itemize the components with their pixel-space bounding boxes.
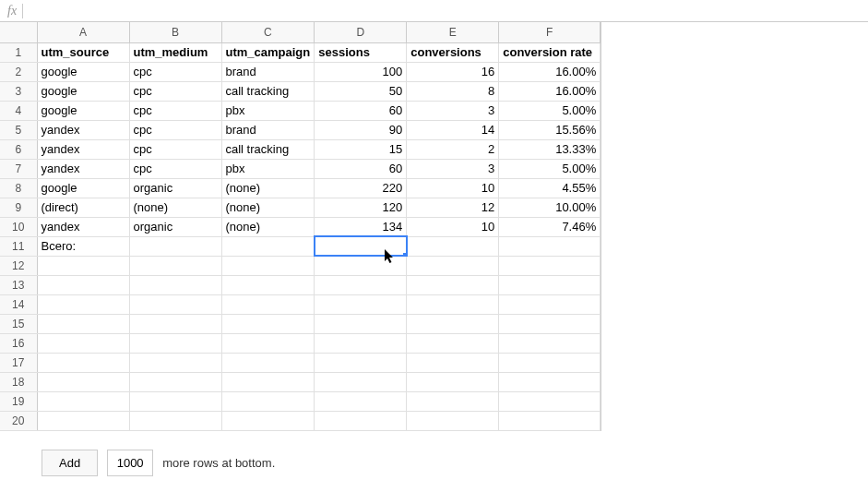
cell-b12[interactable] — [129, 256, 221, 275]
cell-c8[interactable]: (none) — [221, 178, 315, 198]
cell-c2[interactable]: brand — [221, 62, 315, 81]
cell-c3[interactable]: call tracking — [221, 81, 315, 101]
cell-e17[interactable] — [407, 353, 499, 372]
cell-b10[interactable]: organic — [129, 217, 221, 236]
cell-f8[interactable]: 4.55% — [499, 178, 600, 198]
cell-d7[interactable]: 60 — [315, 159, 407, 178]
cell-e18[interactable] — [407, 372, 499, 391]
cell-b6[interactable]: cpc — [129, 139, 221, 159]
cell-d3[interactable]: 50 — [315, 81, 407, 101]
cell-e3[interactable]: 8 — [407, 81, 499, 101]
corner-cell[interactable] — [0, 22, 37, 42]
cell-e5[interactable]: 14 — [407, 120, 499, 139]
cell-e6[interactable]: 2 — [407, 139, 499, 159]
row-header-11[interactable]: 11 — [0, 236, 37, 256]
cell-c4[interactable]: pbx — [221, 101, 315, 120]
cell-b17[interactable] — [129, 353, 221, 372]
cell-d20[interactable] — [315, 411, 407, 430]
cell-e15[interactable] — [407, 314, 499, 333]
cell-b18[interactable] — [129, 372, 221, 391]
cell-f2[interactable]: 16.00% — [499, 62, 600, 81]
cell-a8[interactable]: google — [37, 178, 129, 198]
formula-input[interactable] — [29, 0, 868, 21]
cell-d2[interactable]: 100 — [315, 62, 407, 81]
cell-d4[interactable]: 60 — [315, 101, 407, 120]
row-header-2[interactable]: 2 — [0, 62, 37, 81]
cell-b14[interactable] — [129, 294, 221, 314]
cell-d15[interactable] — [315, 314, 407, 333]
cell-a13[interactable] — [37, 275, 129, 294]
cell-e4[interactable]: 3 — [407, 101, 499, 120]
row-header-1[interactable]: 1 — [0, 42, 37, 62]
cell-c14[interactable] — [221, 294, 315, 314]
cell-e8[interactable]: 10 — [407, 178, 499, 198]
cell-f4[interactable]: 5.00% — [499, 101, 600, 120]
col-header-a[interactable]: A — [37, 22, 129, 42]
cell-a6[interactable]: yandex — [37, 139, 129, 159]
col-header-d[interactable]: D — [315, 22, 407, 42]
cell-f3[interactable]: 16.00% — [499, 81, 600, 101]
cell-c18[interactable] — [221, 372, 315, 391]
cell-d18[interactable] — [315, 372, 407, 391]
cell-f9[interactable]: 10.00% — [499, 198, 600, 217]
cell-a18[interactable] — [37, 372, 129, 391]
cell-f12[interactable] — [499, 256, 600, 275]
cell-f7[interactable]: 5.00% — [499, 159, 600, 178]
col-header-c[interactable]: C — [221, 22, 315, 42]
cell-a12[interactable] — [37, 256, 129, 275]
cell-a16[interactable] — [37, 333, 129, 353]
cell-b15[interactable] — [129, 314, 221, 333]
cell-c7[interactable]: pbx — [221, 159, 315, 178]
cell-b3[interactable]: cpc — [129, 81, 221, 101]
cell-c9[interactable]: (none) — [221, 198, 315, 217]
row-header-9[interactable]: 9 — [0, 198, 37, 217]
cell-c17[interactable] — [221, 353, 315, 372]
cell-d1[interactable]: sessions — [315, 42, 407, 62]
cell-d12[interactable] — [315, 256, 407, 275]
cell-a11[interactable]: Всего: — [37, 236, 129, 256]
cell-a5[interactable]: yandex — [37, 120, 129, 139]
rows-count-input[interactable] — [107, 450, 153, 476]
cell-e7[interactable]: 3 — [407, 159, 499, 178]
cell-e1[interactable]: conversions — [407, 42, 499, 62]
cell-a15[interactable] — [37, 314, 129, 333]
cell-c12[interactable] — [221, 256, 315, 275]
row-header-18[interactable]: 18 — [0, 372, 37, 391]
cell-f14[interactable] — [499, 294, 600, 314]
row-header-13[interactable]: 13 — [0, 275, 37, 294]
cell-b20[interactable] — [129, 411, 221, 430]
cell-b1[interactable]: utm_medium — [129, 42, 221, 62]
cell-b9[interactable]: (none) — [129, 198, 221, 217]
cell-d10[interactable]: 134 — [315, 217, 407, 236]
cell-a2[interactable]: google — [37, 62, 129, 81]
cell-e12[interactable] — [407, 256, 499, 275]
cell-b2[interactable]: cpc — [129, 62, 221, 81]
cell-a1[interactable]: utm_source — [37, 42, 129, 62]
cell-c16[interactable] — [221, 333, 315, 353]
cell-e2[interactable]: 16 — [407, 62, 499, 81]
cell-c5[interactable]: brand — [221, 120, 315, 139]
cell-e19[interactable] — [407, 391, 499, 411]
cell-d5[interactable]: 90 — [315, 120, 407, 139]
cell-c19[interactable] — [221, 391, 315, 411]
cell-a9[interactable]: (direct) — [37, 198, 129, 217]
cell-c1[interactable]: utm_campaign — [221, 42, 315, 62]
row-header-15[interactable]: 15 — [0, 314, 37, 333]
row-header-19[interactable]: 19 — [0, 391, 37, 411]
cell-c11[interactable] — [221, 236, 315, 256]
cell-a10[interactable]: yandex — [37, 217, 129, 236]
row-header-4[interactable]: 4 — [0, 101, 37, 120]
row-header-8[interactable]: 8 — [0, 178, 37, 198]
cell-c20[interactable] — [221, 411, 315, 430]
cell-e9[interactable]: 12 — [407, 198, 499, 217]
cell-d8[interactable]: 220 — [315, 178, 407, 198]
row-header-3[interactable]: 3 — [0, 81, 37, 101]
cell-b19[interactable] — [129, 391, 221, 411]
cell-d9[interactable]: 120 — [315, 198, 407, 217]
cell-b7[interactable]: cpc — [129, 159, 221, 178]
cell-c10[interactable]: (none) — [221, 217, 315, 236]
add-rows-button[interactable]: Add — [42, 450, 98, 476]
cell-b11[interactable] — [129, 236, 221, 256]
cell-d11[interactable] — [315, 236, 407, 256]
cell-b13[interactable] — [129, 275, 221, 294]
